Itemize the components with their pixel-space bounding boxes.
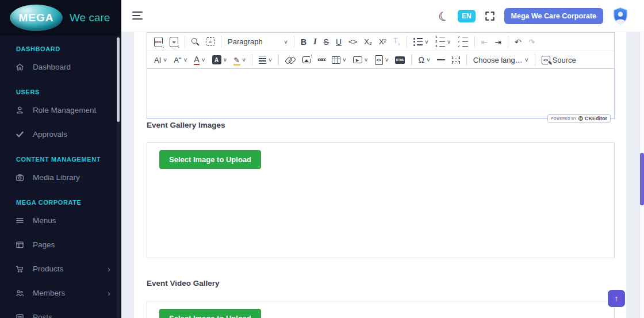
font-color-icon: A — [194, 55, 199, 65]
avatar[interactable] — [612, 7, 629, 26]
sidebar-scrollbar-thumb[interactable] — [117, 37, 120, 122]
text-alignment-button[interactable]: ˅ — [255, 52, 275, 67]
insert-table-button[interactable]: ˅ — [328, 52, 350, 67]
source-icon: <> — [542, 56, 550, 64]
logo-area[interactable]: MEGA We care — [0, 0, 121, 36]
page-scrollbar-track[interactable] — [639, 32, 644, 318]
chevron-down-icon: ˅ — [269, 58, 272, 63]
mega-logo-text: MEGA — [19, 12, 54, 24]
insert-image-button[interactable] — [299, 52, 314, 67]
moon-icon[interactable]: ☾ — [436, 9, 450, 24]
indent-icon: ⇥ — [494, 38, 501, 46]
sidebar-item-role-management[interactable]: Role Management — [0, 98, 121, 122]
font-background-icon: A — [212, 55, 221, 64]
toolbar-separator — [221, 36, 221, 48]
sidebar-item-menus[interactable]: Menus — [0, 208, 121, 232]
export-pdf-button[interactable]: PDF — [151, 35, 166, 49]
strikethrough-button[interactable]: S — [320, 35, 332, 49]
html-embed-button[interactable]: HTML — [392, 52, 408, 67]
chevron-down-icon: ˅ — [385, 58, 389, 63]
language-dropdown-label: Choose lang… — [473, 56, 523, 64]
scroll-to-top-button[interactable]: ↑ — [608, 290, 625, 307]
ckeditor-brand: CKEditor — [585, 116, 607, 121]
align-left-icon — [259, 56, 266, 64]
sidebar-item-posts[interactable]: Posts — [0, 305, 121, 318]
undo-button[interactable]: ↶ — [511, 35, 525, 49]
media-embed-button[interactable]: ▶˅ — [350, 52, 371, 67]
highlight-button[interactable]: ✎˅ — [230, 52, 249, 67]
cart-icon — [14, 263, 25, 274]
page-scrollbar-thumb[interactable] — [640, 153, 644, 205]
select-video-upload-button[interactable]: Select Image to Upload — [159, 309, 261, 318]
link-button[interactable] — [282, 52, 299, 67]
ckeditor-logo-icon: C — [578, 116, 583, 121]
remove-format-button: Tx — [390, 35, 404, 49]
numbered-list-button[interactable]: ˅ — [432, 35, 454, 49]
select-image-upload-button[interactable]: Select Image to Upload — [159, 150, 261, 169]
special-characters-button[interactable]: Ω˅ — [415, 52, 433, 67]
sidebar-section-dashboard: DASHBOARD — [16, 45, 105, 52]
sidebar-item-members[interactable]: Members› — [0, 281, 121, 305]
todo-list-button[interactable] — [454, 35, 471, 49]
find-and-replace-button[interactable] — [188, 35, 202, 49]
sidebar-item-products[interactable]: Products› — [0, 256, 121, 281]
bold-button[interactable]: B — [297, 35, 310, 49]
language-badge[interactable]: EN — [458, 10, 476, 22]
chevron-right-icon: › — [108, 264, 110, 274]
font-background-color-button[interactable]: A˅ — [209, 52, 231, 67]
horizontal-line-icon — [437, 59, 445, 60]
undo-icon: ↶ — [515, 38, 522, 46]
export-word-button[interactable]: W — [166, 35, 182, 49]
sidebar-item-dashboard[interactable]: Dashboard — [0, 55, 121, 79]
sidebar-item-media-library[interactable]: Media Library — [0, 165, 121, 189]
superscript-button[interactable]: X² — [375, 35, 390, 49]
heading-dropdown-button[interactable]: Paragraph˅ — [224, 35, 291, 49]
sidebar-item-approvals[interactable]: Approvals — [0, 122, 121, 146]
page-break-button[interactable] — [448, 52, 463, 67]
underline-button[interactable]: U — [332, 35, 345, 49]
font-size-button[interactable]: AI˅ — [151, 52, 170, 67]
sidebar: MEGA We care DASHBOARDDashboardUSERSRole… — [0, 0, 121, 318]
home-icon — [14, 62, 25, 72]
select-all-button[interactable]: ≡ — [202, 35, 218, 49]
content-card: PDFW≡Paragraph˅BISU<>X₂X²Tx˅˅⇤⇥↶↷AI˅A≡˅A… — [134, 32, 626, 318]
pages-icon — [14, 239, 25, 250]
source-editing-button[interactable]: <>Source — [538, 52, 580, 67]
toolbar-separator — [294, 36, 294, 48]
numbered-list-icon — [435, 36, 445, 48]
font-color-button[interactable]: A˅ — [190, 52, 208, 67]
chevron-down-icon: ˅ — [365, 58, 368, 63]
editor-content-area[interactable]: POWERED BY C CKEditor — [147, 68, 615, 119]
event-video-gallery-panel: Select Image to Upload — [147, 301, 615, 318]
font-family-button[interactable]: A≡˅ — [170, 52, 190, 67]
toolbar-separator — [411, 54, 412, 66]
rich-text-editor: PDFW≡Paragraph˅BISU<>X₂X²Tx˅˅⇤⇥↶↷AI˅A≡˅A… — [147, 32, 615, 119]
todo-list-icon — [458, 36, 468, 48]
toolbar-separator — [474, 36, 475, 48]
outdent-button: ⇤ — [478, 35, 492, 49]
sidebar-section-mega-corporate: MEGA CORPORATE — [16, 199, 105, 206]
subscript-button[interactable]: X₂ — [361, 35, 375, 49]
export-word-icon: W — [170, 37, 178, 47]
powered-by-badge[interactable]: POWERED BY C CKEditor — [547, 114, 611, 122]
menu-toggle-icon[interactable] — [132, 12, 144, 21]
indent-button[interactable]: ⇥ — [491, 35, 505, 49]
table-icon — [332, 56, 340, 64]
bulleted-list-button[interactable]: ˅ — [410, 35, 432, 49]
italic-button[interactable]: I — [310, 35, 320, 49]
code-block-button[interactable]: <>˅ — [371, 52, 392, 67]
strikethrough-icon: S — [324, 38, 329, 46]
omega-icon: Ω — [418, 56, 424, 64]
block-quote-button[interactable]: ““ — [314, 52, 328, 67]
toolbar-separator — [185, 36, 185, 48]
highlight-marker-icon: ✎ — [233, 56, 240, 64]
tenant-button[interactable]: Mega We Care Corporate — [504, 8, 603, 24]
toolbar-separator — [466, 54, 467, 66]
font-size-icon: AI — [154, 56, 161, 64]
sidebar-item-pages[interactable]: Pages — [0, 232, 121, 256]
language-dropdown-button[interactable]: Choose lang…˅ — [470, 52, 532, 67]
horizontal-line-button[interactable] — [434, 52, 448, 67]
fullscreen-icon[interactable] — [484, 10, 496, 22]
code-button[interactable]: <> — [345, 35, 361, 49]
sidebar-nav: DASHBOARDDashboardUSERSRole ManagementAp… — [0, 45, 121, 318]
